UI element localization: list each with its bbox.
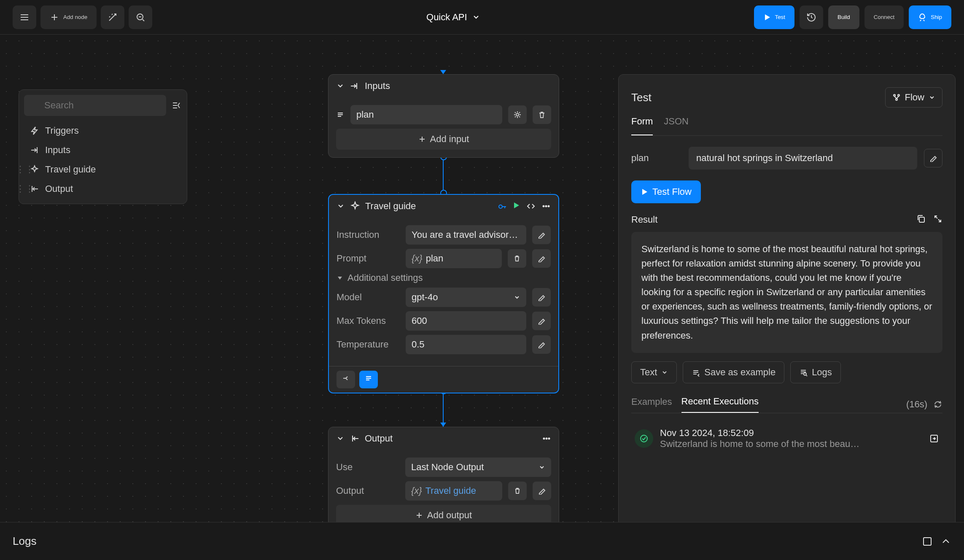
chevron-down-icon[interactable]	[337, 202, 345, 210]
chevron-down-icon[interactable]	[336, 82, 345, 90]
add-node-button[interactable]: Add node	[40, 5, 97, 29]
search-list-icon	[799, 368, 808, 377]
chevron-down-icon[interactable]	[336, 434, 345, 443]
test-flow-button[interactable]: Test Flow	[631, 180, 701, 203]
magic-button[interactable]	[101, 5, 124, 29]
collapse-button[interactable]	[170, 95, 182, 116]
temperature-value[interactable]: 0.5	[406, 335, 526, 354]
project-title-dropdown[interactable]: Quick API	[426, 12, 480, 23]
ship-button[interactable]: Ship	[909, 5, 951, 29]
model-select[interactable]: gpt-4o	[406, 288, 526, 307]
text-format-dropdown[interactable]: Text	[631, 361, 677, 383]
plus-icon	[415, 512, 423, 519]
tab-recent-executions[interactable]: Recent Executions	[681, 396, 759, 413]
node-palette: Triggers Inputs ⋮⋮ Travel guide ⋮⋮ Outpu…	[19, 89, 187, 204]
logs-button[interactable]: Logs	[790, 361, 841, 383]
node-travel-guide[interactable]: Travel guide Instruction You are a trave…	[328, 194, 559, 393]
arrow-out-icon	[350, 433, 360, 444]
tab-form[interactable]: Form	[631, 116, 653, 135]
plan-input[interactable]: natural hot springs in Switzerland	[689, 147, 917, 170]
svg-rect-17	[924, 538, 931, 545]
chevron-down-icon	[472, 13, 480, 21]
use-label: Use	[336, 462, 399, 473]
maximize-icon[interactable]	[922, 536, 933, 547]
branch-chip[interactable]	[337, 371, 355, 388]
branch-icon	[342, 374, 350, 382]
execution-row[interactable]: Nov 13 2024, 18:52:09 Switzerland is hom…	[631, 423, 942, 454]
edit-button[interactable]	[532, 226, 551, 244]
instruction-value[interactable]: You are a travel advisor…	[406, 225, 526, 245]
connector	[443, 155, 444, 194]
build-button[interactable]: Build	[828, 5, 859, 29]
delete-button[interactable]	[508, 482, 527, 500]
project-title: Quick API	[426, 12, 467, 23]
logs-bar[interactable]: Logs	[0, 522, 964, 560]
more-icon[interactable]	[542, 434, 551, 443]
test-panel: Test Flow Form JSON plan natural hot spr…	[618, 74, 956, 555]
refresh-icon[interactable]	[933, 400, 942, 409]
drag-handle-icon[interactable]: ⋮⋮	[16, 164, 34, 175]
additional-settings-toggle[interactable]: Additional settings	[337, 272, 551, 283]
text-chip[interactable]	[359, 371, 378, 388]
svg-rect-13	[919, 217, 924, 222]
input-name-field[interactable]: plan	[350, 105, 502, 124]
output-value[interactable]: {x} Travel guide	[405, 481, 502, 501]
test-label: Test	[775, 14, 785, 20]
play-icon[interactable]	[513, 202, 520, 209]
triangle-down-icon	[337, 275, 343, 281]
add-node-label: Add node	[63, 14, 87, 20]
expand-icon[interactable]	[933, 214, 942, 223]
arrow-in-icon	[350, 81, 360, 91]
sidebar-item-triggers[interactable]: Triggers	[24, 121, 182, 140]
svg-point-2	[499, 205, 502, 208]
tab-json[interactable]: JSON	[664, 116, 689, 135]
sidebar-item-inputs[interactable]: Inputs	[24, 140, 182, 160]
edit-button[interactable]	[924, 149, 942, 167]
delete-button[interactable]	[508, 249, 526, 268]
search-input[interactable]	[24, 95, 166, 116]
add-input-button[interactable]: Add input	[336, 129, 551, 150]
edit-button[interactable]	[532, 312, 551, 330]
menu-button[interactable]	[13, 5, 36, 29]
svg-point-14	[804, 373, 806, 375]
connect-button[interactable]: Connect	[864, 5, 904, 29]
gear-icon	[513, 110, 522, 119]
edit-button[interactable]	[532, 249, 551, 268]
zoom-out-button[interactable]	[129, 5, 152, 29]
edit-button[interactable]	[532, 335, 551, 354]
delete-button[interactable]	[533, 105, 551, 124]
test-button[interactable]: Test	[754, 5, 794, 29]
open-icon[interactable]	[929, 433, 939, 444]
copy-icon[interactable]	[916, 214, 926, 223]
plus-icon	[418, 135, 426, 143]
edit-button[interactable]	[533, 482, 551, 500]
instruction-label: Instruction	[337, 229, 400, 240]
node-output[interactable]: Output Use Last Node Output Output {x}	[328, 427, 559, 534]
node-inputs[interactable]: Inputs plan Add input	[328, 74, 559, 158]
sidebar-item-output[interactable]: ⋮⋮ Output	[24, 179, 182, 199]
chevron-up-icon[interactable]	[940, 536, 951, 547]
prompt-value[interactable]: {x} plan	[406, 249, 502, 268]
code-icon[interactable]	[526, 202, 536, 211]
canvas[interactable]: Inputs plan Add input	[0, 35, 964, 522]
pencil-icon	[929, 154, 937, 162]
edit-button[interactable]	[532, 288, 551, 307]
use-select[interactable]: Last Node Output	[405, 458, 551, 477]
key-icon[interactable]	[498, 202, 507, 211]
max-tokens-label: Max Tokens	[337, 315, 400, 326]
drag-handle-icon[interactable]: ⋮⋮	[16, 183, 34, 194]
settings-button[interactable]	[508, 105, 527, 124]
panel-title: Test	[631, 91, 652, 104]
save-example-button[interactable]: Save as example	[683, 361, 784, 383]
svg-point-15	[641, 435, 647, 442]
max-tokens-value[interactable]: 600	[406, 311, 526, 331]
ship-label: Ship	[931, 14, 942, 20]
variable-icon: {x}	[411, 485, 422, 496]
history-button[interactable]	[800, 5, 823, 29]
more-icon[interactable]	[541, 202, 551, 211]
play-icon	[641, 188, 648, 196]
tab-examples[interactable]: Examples	[631, 396, 672, 412]
flow-dropdown[interactable]: Flow	[885, 87, 942, 108]
sidebar-item-travel-guide[interactable]: ⋮⋮ Travel guide	[24, 160, 182, 179]
trash-icon	[538, 110, 546, 119]
